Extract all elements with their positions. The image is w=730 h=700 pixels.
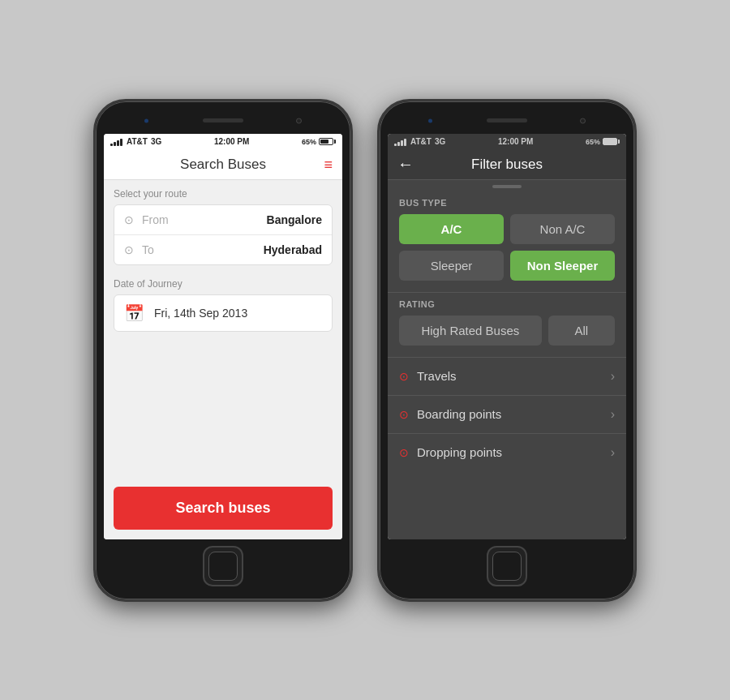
phone-2-speaker <box>487 118 527 122</box>
to-row[interactable]: ⊙ To Hyderabad <box>114 234 332 264</box>
dropping-label: Dropping points <box>417 445 611 459</box>
phone-2-camera <box>580 118 586 123</box>
status-right-2: 65% <box>586 138 620 146</box>
home-button-2[interactable] <box>487 546 527 586</box>
boarding-item[interactable]: ⊙ Boarding points › <box>388 395 626 433</box>
status-bar-1: AT&T 3G 12:00 PM 65% <box>104 134 342 150</box>
boarding-icon: ⊙ <box>399 408 409 421</box>
phone-2-top <box>388 111 626 131</box>
drag-handle-bar <box>492 185 522 188</box>
non-sleeper-button[interactable]: Non Sleeper <box>510 251 615 281</box>
phone-2-light <box>428 118 432 122</box>
rating-label: RATING <box>399 299 615 309</box>
sleeper-button[interactable]: Sleeper <box>399 251 504 281</box>
nav-bar-1: Search Buses ≡ <box>104 150 342 180</box>
rating-section: RATING High Rated Buses All <box>388 292 626 357</box>
route-input-group: ⊙ From Bangalore ⊙ To Hyderabad <box>114 204 333 265</box>
home-button-1[interactable] <box>203 546 243 586</box>
back-button[interactable]: ← <box>397 155 414 174</box>
nav-title-1: Search Buses <box>180 157 266 173</box>
high-rated-button[interactable]: High Rated Buses <box>399 316 542 346</box>
carrier-1: AT&T <box>127 137 148 146</box>
phone-1-camera <box>296 118 302 123</box>
from-icon: ⊙ <box>124 213 134 226</box>
to-label: To <box>142 243 264 256</box>
phone-1-speaker <box>203 118 243 122</box>
network-1: 3G <box>151 137 161 146</box>
dropping-item[interactable]: ⊙ Dropping points › <box>388 433 626 471</box>
status-left-2: AT&T 3G <box>394 137 445 146</box>
all-button[interactable]: All <box>548 316 615 346</box>
from-label: From <box>142 213 267 226</box>
to-icon: ⊙ <box>124 243 134 256</box>
home-button-inner-2 <box>492 552 522 581</box>
travels-label: Travels <box>417 369 611 383</box>
signal-bars-1 <box>110 138 122 146</box>
calendar-icon: 📅 <box>124 303 144 323</box>
boarding-arrow-icon: › <box>611 407 615 422</box>
search-buses-button[interactable]: Search buses <box>114 487 333 530</box>
date-input-group[interactable]: 📅 Fri, 14th Sep 2013 <box>114 294 333 332</box>
phone-1-screen: AT&T 3G 12:00 PM 65% Search Buses ≡ <box>104 134 342 539</box>
phone-2-screen: AT&T 3G 12:00 PM 65% ← Filter buses <box>388 134 626 539</box>
phone-1-top <box>104 111 342 131</box>
screen-content-1: Select your route ⊙ From Bangalore ⊙ To … <box>104 180 342 539</box>
battery-percent-2: 65% <box>586 138 600 146</box>
travels-arrow-icon: › <box>611 369 615 384</box>
from-row[interactable]: ⊙ From Bangalore <box>114 205 332 234</box>
route-section: Select your route ⊙ From Bangalore ⊙ To … <box>104 180 342 270</box>
spacer-1 <box>104 337 342 479</box>
travels-icon: ⊙ <box>399 370 409 383</box>
status-right-1: 65% <box>302 138 336 146</box>
non-ac-button[interactable]: Non A/C <box>510 214 615 244</box>
rating-toggle-group: High Rated Buses All <box>399 316 615 346</box>
phone-1: AT&T 3G 12:00 PM 65% Search Buses ≡ <box>93 99 353 602</box>
bus-type-section: BUS TYPE A/C Non A/C Sleeper Non Sleeper <box>388 191 626 292</box>
bus-type-label: BUS TYPE <box>399 198 615 208</box>
time-1: 12:00 PM <box>214 137 249 146</box>
status-bar-2: AT&T 3G 12:00 PM 65% <box>388 134 626 150</box>
network-2: 3G <box>435 137 445 146</box>
status-left-1: AT&T 3G <box>110 137 161 146</box>
date-section: Date of Journey 📅 Fri, 14th Sep 2013 <box>104 270 342 337</box>
date-label: Date of Journey <box>114 278 333 290</box>
from-value: Bangalore <box>267 213 322 226</box>
battery-icon-1 <box>319 138 336 145</box>
home-button-inner-1 <box>208 552 238 581</box>
menu-icon-1[interactable]: ≡ <box>324 157 333 172</box>
ac-button[interactable]: A/C <box>399 214 504 244</box>
filter-nav-bar: ← Filter buses <box>388 150 626 180</box>
phone-1-light <box>144 118 148 122</box>
sleeper-toggle-group: Sleeper Non Sleeper <box>399 251 615 281</box>
travels-item[interactable]: ⊙ Travels › <box>388 357 626 395</box>
battery-percent-1: 65% <box>302 138 316 146</box>
filter-content: BUS TYPE A/C Non A/C Sleeper Non Sleeper… <box>388 180 626 539</box>
route-label: Select your route <box>114 188 333 200</box>
dropping-arrow-icon: › <box>611 445 615 460</box>
boarding-label: Boarding points <box>417 407 611 421</box>
time-2: 12:00 PM <box>498 137 533 146</box>
date-value: Fri, 14th Sep 2013 <box>154 307 247 320</box>
filter-nav-title: Filter buses <box>397 157 616 173</box>
signal-bars-2 <box>394 138 406 146</box>
battery-icon-2 <box>603 138 620 145</box>
carrier-2: AT&T <box>410 137 432 146</box>
drag-handle[interactable] <box>388 180 626 191</box>
to-value: Hyderabad <box>264 243 322 256</box>
phone-2: AT&T 3G 12:00 PM 65% ← Filter buses <box>377 99 637 602</box>
ac-toggle-group: A/C Non A/C <box>399 214 615 244</box>
dropping-icon: ⊙ <box>399 446 409 459</box>
